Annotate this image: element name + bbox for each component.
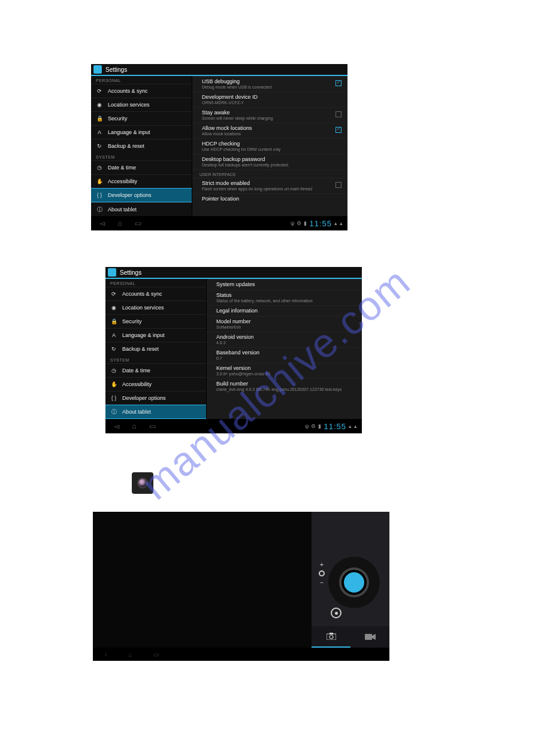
status-tray: ψ ⚙ ▮ 11:55 ▴ ▴ xyxy=(291,219,343,228)
settings-sidebar: PERSONAL⟳Accounts & sync◉Location servic… xyxy=(105,279,206,419)
recents-icon[interactable]: ▭ xyxy=(132,220,144,227)
back-icon[interactable]: ◅ xyxy=(110,423,122,430)
status-tray: ψ ⚙ ▮ 11:55 ▴ ▴ xyxy=(305,422,357,431)
settings-option[interactable]: Kernel version3.0.8+ pshu@ingen-cross #2 xyxy=(207,363,362,378)
sidebar-item-label: Accounts & sync xyxy=(122,291,162,297)
settings-option[interactable]: Strict mode enabledFlash screen when app… xyxy=(192,178,347,193)
sidebar-item[interactable]: ✋Accessibility xyxy=(105,377,206,391)
sidebar-item-label: Accessibility xyxy=(108,178,137,184)
settings-option[interactable]: StatusStatus of the battery, network, an… xyxy=(207,290,362,305)
settings-title: Settings xyxy=(105,66,127,73)
settings-option[interactable]: Android version4.0.3 xyxy=(207,332,362,347)
recents-icon[interactable]: ▭ xyxy=(146,423,158,430)
video-mode-button[interactable] xyxy=(350,626,389,648)
settings-option[interactable]: Development device IDORN5-MDRK-VCFZ-Y xyxy=(192,92,347,107)
sidebar-item-icon: A xyxy=(110,332,117,339)
settings-sidebar: PERSONAL⟳Accounts & sync◉Location servic… xyxy=(91,76,192,216)
checkbox-icon[interactable] xyxy=(335,127,341,133)
sidebar-item-icon: ⓘ xyxy=(96,206,103,213)
camera-mode-switch xyxy=(312,626,389,648)
option-subtitle: 0.7 xyxy=(216,356,355,360)
option-subtitle: Screen will never sleep while charging xyxy=(202,116,340,120)
sidebar-item[interactable]: ↻Backup & reset xyxy=(105,342,206,356)
wifi-icon: ▴ xyxy=(349,423,352,429)
sidebar-item[interactable]: 🔒Security xyxy=(91,111,192,125)
camera-settings-icon[interactable] xyxy=(331,608,341,618)
photo-mode-button[interactable] xyxy=(312,626,350,648)
option-title: HDCP checking xyxy=(202,141,340,147)
checkbox-icon[interactable] xyxy=(335,80,341,86)
recents-icon[interactable]: ▭ xyxy=(153,651,159,658)
sidebar-section-header: SYSTEM xyxy=(91,153,192,160)
option-title: Status xyxy=(216,292,355,298)
option-subtitle: Use HDCP checking for DRM content only xyxy=(202,147,340,151)
settings-option[interactable]: USB debuggingDebug mode when USB is conn… xyxy=(192,76,347,92)
sidebar-item-label: Backup & reset xyxy=(108,143,144,149)
sidebar-item-icon: ⟳ xyxy=(110,290,117,297)
option-title: Allow mock locations xyxy=(202,125,340,131)
system-bar: ◅ ⌂ ▭ ψ ⚙ ▮ 11:55 ▴ ▴ xyxy=(91,216,347,230)
sidebar-item[interactable]: { }Developer options xyxy=(105,391,206,405)
shutter-button[interactable] xyxy=(341,570,367,595)
checkbox-icon[interactable] xyxy=(335,182,341,188)
home-icon[interactable]: ⌂ xyxy=(128,651,132,658)
sidebar-item-label: Accessibility xyxy=(122,381,152,387)
sidebar-item[interactable]: { }Developer options xyxy=(91,188,192,202)
back-icon[interactable]: ◅ xyxy=(96,220,108,227)
sidebar-item[interactable]: ⟳Accounts & sync xyxy=(105,287,206,300)
sidebar-item[interactable]: ⓘAbout tablet xyxy=(91,202,192,216)
sidebar-item-icon: ◉ xyxy=(110,304,117,311)
settings-option[interactable]: Stay awakeScreen will never sleep while … xyxy=(192,107,347,123)
zoom-plus-icon[interactable]: + xyxy=(320,561,324,568)
settings-option[interactable]: Build numbercrane_evb-eng 4.0.3 IML74K e… xyxy=(207,378,362,394)
sidebar-item[interactable]: ◷Date & time xyxy=(91,160,192,174)
zoom-indicator-icon xyxy=(319,570,325,576)
camera-zoom-control[interactable]: + − xyxy=(319,561,325,586)
clock: 11:55 xyxy=(309,219,332,228)
sidebar-item[interactable]: ↻Backup & reset xyxy=(91,139,192,153)
back-icon[interactable]: ‹ xyxy=(105,651,107,658)
sidebar-item[interactable]: ◉Location services xyxy=(105,300,206,314)
settings-option[interactable]: Desktop backup passwordDesktop full back… xyxy=(192,154,347,169)
camera-nav-bar: ‹ ⌂ ▭ xyxy=(93,648,389,661)
sidebar-item[interactable]: ⟳Accounts & sync xyxy=(91,84,192,98)
sidebar-item[interactable]: ✋Accessibility xyxy=(91,174,192,188)
option-title: Stay awake xyxy=(202,110,340,116)
document-page: manualchive.com Settings PERSONAL⟳Accoun… xyxy=(0,0,535,756)
settings-section-header: USER INTERFACE xyxy=(192,169,347,178)
sidebar-section-header: SYSTEM xyxy=(105,356,206,363)
sidebar-item-icon: ◷ xyxy=(110,367,117,374)
settings-option[interactable]: HDCP checkingUse HDCP checking for DRM c… xyxy=(192,138,347,154)
zoom-minus-icon[interactable]: − xyxy=(320,579,324,586)
sidebar-item-label: Security xyxy=(122,318,142,324)
usb-icon: ψ xyxy=(291,220,294,226)
home-icon[interactable]: ⌂ xyxy=(114,220,126,227)
option-title: Legal information xyxy=(216,308,355,314)
option-title: Strict mode enabled xyxy=(202,180,340,186)
svg-rect-2 xyxy=(330,633,333,634)
sidebar-item[interactable]: 🔒Security xyxy=(105,314,206,328)
sidebar-item[interactable]: ◷Date & time xyxy=(105,363,206,377)
checkbox-icon[interactable] xyxy=(335,111,341,117)
home-icon[interactable]: ⌂ xyxy=(128,423,140,430)
option-title: USB debugging xyxy=(202,78,340,84)
settings-option[interactable]: Pointer location xyxy=(192,193,347,204)
settings-option[interactable]: Allow mock locationsAllow mock locations xyxy=(192,123,347,138)
option-title: Development device ID xyxy=(202,94,340,100)
sidebar-item[interactable]: ALanguage & input xyxy=(105,328,206,342)
sidebar-item[interactable]: ⓘAbout tablet xyxy=(105,405,206,419)
settings-option[interactable]: Model numberSoftwinerEvb xyxy=(207,316,362,332)
settings-option[interactable]: Legal information xyxy=(207,305,362,316)
option-subtitle: Desktop full backups aren't currently pr… xyxy=(202,163,340,167)
settings-title-bar: Settings xyxy=(91,64,347,76)
sidebar-item-icon: { } xyxy=(96,192,103,199)
sidebar-item-icon: ↻ xyxy=(96,142,103,150)
sidebar-section-header: PERSONAL xyxy=(105,279,206,287)
sidebar-item[interactable]: ◉Location services xyxy=(91,98,192,111)
settings-option[interactable]: Baseband version0.7 xyxy=(207,347,362,363)
sidebar-item-label: Developer options xyxy=(108,192,152,198)
sidebar-item[interactable]: ALanguage & input xyxy=(91,125,192,139)
sidebar-item-icon: ◷ xyxy=(96,164,103,171)
settings-option[interactable]: System updates xyxy=(207,279,362,290)
camera-app-icon[interactable] xyxy=(132,472,153,494)
